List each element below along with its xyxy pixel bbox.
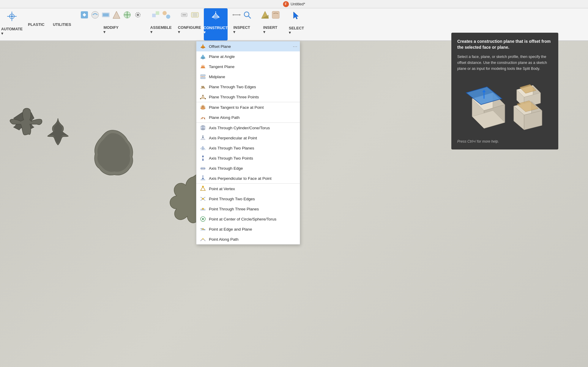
automate-label: AUTOMATE ▾ bbox=[4, 24, 20, 39]
point-circle-icon bbox=[200, 216, 206, 222]
offset-plane-icon bbox=[200, 43, 206, 49]
assemble-icons bbox=[151, 10, 171, 20]
axis-two-points-icon bbox=[200, 155, 206, 161]
toolbar-construct[interactable]: CONSTRUCT ▾ bbox=[204, 8, 228, 40]
construct-icons bbox=[211, 10, 221, 20]
window-title: Untitled* bbox=[291, 2, 305, 6]
svg-marker-42 bbox=[201, 66, 205, 68]
menu-item-axis-cylinder[interactable]: Axis Through Cylinder/Cone/Torus bbox=[196, 122, 300, 133]
svg-marker-8 bbox=[113, 11, 120, 18]
svg-point-87 bbox=[202, 208, 204, 210]
toolbar-automate[interactable]: AUTOMATE ▾ bbox=[0, 8, 24, 40]
axis-two-planes-icon bbox=[200, 145, 206, 151]
toolbar-insert[interactable]: INSERT ▾ bbox=[256, 8, 285, 40]
menu-item-axis-two-planes[interactable]: Axis Through Two Planes bbox=[196, 143, 300, 153]
svg-rect-34 bbox=[272, 11, 279, 18]
assemble-label: ASSEMBLE ▾ bbox=[153, 21, 169, 39]
menu-item-midplane[interactable]: Midplane bbox=[196, 72, 300, 82]
menu-more-icon: ⋯ bbox=[293, 44, 297, 49]
point-edge-plane-icon bbox=[200, 226, 206, 232]
menu-item-axis-perp-face[interactable]: Axis Perpendicular to Face at Point bbox=[196, 173, 300, 184]
menu-item-point-edge-plane[interactable]: Point at Edge and Plane bbox=[196, 224, 300, 234]
menu-label-plane-three-points: Plane Through Three Points bbox=[209, 95, 259, 99]
plane-at-angle-icon bbox=[200, 53, 206, 59]
menu-label-axis-two-points: Axis Through Two Points bbox=[209, 156, 253, 160]
svg-line-33 bbox=[248, 16, 251, 18]
tooltip-panel: Creates a construction plane that is off… bbox=[451, 33, 558, 149]
select-label: SELECT ▾ bbox=[289, 22, 304, 39]
svg-marker-30 bbox=[239, 14, 241, 16]
menu-item-offset-plane[interactable]: Offset Plane ⋯ bbox=[196, 41, 300, 51]
toolbar-plastic[interactable]: PLASTIC bbox=[24, 8, 49, 40]
svg-rect-44 bbox=[201, 75, 205, 76]
menu-item-point-along-path[interactable]: Point Along Path bbox=[196, 234, 300, 244]
svg-rect-45 bbox=[201, 77, 205, 79]
menu-label-point-edge-plane: Point at Edge and Plane bbox=[209, 227, 252, 231]
plane-tangent-face-icon bbox=[200, 104, 206, 110]
svg-point-56 bbox=[202, 106, 204, 107]
toolbar-utilities[interactable]: UTILITIES bbox=[49, 8, 75, 40]
svg-point-67 bbox=[202, 137, 204, 138]
point-along-path-icon bbox=[200, 236, 206, 242]
inspect-icons bbox=[232, 10, 252, 20]
menu-item-point-circle[interactable]: Point at Center of Circle/Sphere/Torus bbox=[196, 214, 300, 224]
axis-edge-icon bbox=[200, 165, 206, 171]
svg-point-89 bbox=[202, 218, 204, 220]
svg-point-17 bbox=[166, 15, 170, 19]
automate-icon bbox=[5, 10, 18, 23]
menu-label-axis-cylinder: Axis Through Cylinder/Cone/Torus bbox=[209, 126, 270, 130]
svg-rect-14 bbox=[152, 14, 156, 17]
shape-star-1 bbox=[43, 117, 73, 149]
construct-dropdown: Offset Plane ⋯ Plane at Angle Tangent Pl… bbox=[196, 41, 300, 245]
axis-perp-point-icon bbox=[200, 135, 206, 141]
tooltip-illustration bbox=[457, 76, 552, 136]
menu-label-offset-plane: Offset Plane bbox=[209, 44, 231, 49]
toolbar-modify[interactable]: MODIFY ▾ bbox=[75, 8, 147, 40]
shape-blob-1 bbox=[89, 127, 137, 178]
menu-label-point-along-path: Point Along Path bbox=[209, 237, 239, 242]
menu-label-plane-tangent-face: Plane Tangent to Face at Point bbox=[209, 105, 264, 110]
svg-point-72 bbox=[202, 156, 204, 157]
configure-label: CONFIGURE ▾ bbox=[182, 21, 197, 39]
select-icons bbox=[291, 10, 302, 21]
menu-item-axis-two-points[interactable]: Axis Through Two Points bbox=[196, 153, 300, 163]
svg-point-3 bbox=[11, 15, 13, 17]
svg-point-81 bbox=[202, 186, 204, 188]
toolbar-inspect[interactable]: INSPECT ▾ bbox=[228, 8, 256, 40]
svg-point-54 bbox=[201, 107, 205, 109]
point-three-planes-icon bbox=[200, 206, 206, 212]
menu-item-point-two-edges[interactable]: Point Through Two Edges bbox=[196, 194, 300, 204]
menu-item-point-three-planes[interactable]: Point Through Three Planes bbox=[196, 204, 300, 214]
svg-rect-7 bbox=[103, 13, 109, 16]
point-vertex-icon bbox=[200, 186, 206, 192]
menu-item-tangent-plane[interactable]: Tangent Plane bbox=[196, 62, 300, 72]
menu-label-axis-two-planes: Axis Through Two Planes bbox=[209, 146, 254, 150]
menu-item-plane-along-path[interactable]: Plane Along Path bbox=[196, 112, 300, 122]
menu-item-plane-tangent-face[interactable]: Plane Tangent to Face at Point bbox=[196, 102, 300, 112]
title-bar: F Untitled* bbox=[0, 0, 588, 8]
toolbar-assemble[interactable]: ASSEMBLE ▾ bbox=[147, 8, 175, 40]
menu-item-axis-edge[interactable]: Axis Through Edge bbox=[196, 163, 300, 173]
menu-item-point-vertex[interactable]: Point at Vertex bbox=[196, 184, 300, 194]
construct-label: CONSTRUCT ▾ bbox=[208, 21, 223, 39]
tooltip-shortcut: Press Ctrl+/ for more help. bbox=[457, 139, 552, 144]
svg-point-73 bbox=[202, 159, 204, 161]
plane-three-points-icon bbox=[200, 94, 206, 100]
svg-point-92 bbox=[202, 229, 204, 230]
svg-rect-15 bbox=[156, 11, 159, 15]
menu-label-plane-at-angle: Plane at Angle bbox=[209, 54, 235, 59]
menu-item-plane-three-points[interactable]: Plane Through Three Points bbox=[196, 92, 300, 102]
toolbar-select[interactable]: SELECT ▾ bbox=[285, 8, 308, 40]
menu-item-plane-two-edges[interactable]: Plane Through Two Edges bbox=[196, 82, 300, 92]
svg-point-5 bbox=[92, 11, 99, 18]
menu-label-point-circle: Point at Center of Circle/Sphere/Torus bbox=[209, 217, 276, 221]
svg-point-16 bbox=[163, 11, 167, 15]
menu-label-axis-edge: Axis Through Edge bbox=[209, 166, 243, 171]
svg-point-79 bbox=[202, 178, 204, 179]
menu-item-plane-at-angle[interactable]: Plane at Angle bbox=[196, 51, 300, 62]
menu-item-axis-perp-point[interactable]: Axis Perpendicular at Point bbox=[196, 133, 300, 143]
menu-label-tangent-plane: Tangent Plane bbox=[209, 64, 234, 69]
svg-point-39 bbox=[203, 45, 204, 46]
svg-point-51 bbox=[202, 95, 204, 96]
toolbar-configure[interactable]: CONFIGURE ▾ bbox=[175, 8, 204, 40]
